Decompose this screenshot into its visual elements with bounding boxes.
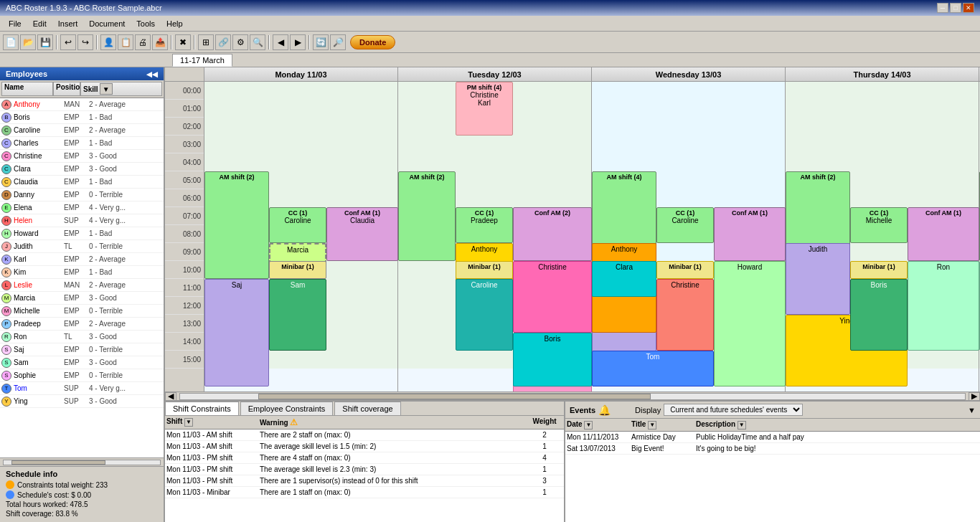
shift-block-conf-mon[interactable]: Conf AM (1) Claudia	[326, 207, 398, 261]
shift-block-minibar-label-mon[interactable]: Minibar (1)	[269, 261, 326, 279]
list-item[interactable]: E Elena EMP 4 - Very g...	[0, 201, 164, 214]
tab-11-17-march[interactable]: 11-17 March	[172, 54, 232, 67]
undo-button[interactable]: ↩	[60, 34, 76, 50]
add-employee-button[interactable]: 👤	[100, 34, 116, 50]
date-filter-icon[interactable]: ▼	[584, 421, 593, 430]
events-display-dropdown[interactable]: Current and future schedules' events	[664, 404, 803, 416]
export-button[interactable]: 📤	[152, 34, 168, 50]
list-item[interactable]: C Charles EMP 1 - Bad	[0, 137, 164, 150]
list-item[interactable]: M Michelle EMP 0 - Terrible	[0, 305, 164, 318]
scroll-right-button[interactable]: ▶	[969, 392, 980, 401]
col-skill[interactable]: Skill ▼	[80, 82, 162, 96]
list-item[interactable]: M Marcia EMP 3 - Good	[0, 292, 164, 305]
col-position[interactable]: Position	[53, 82, 80, 96]
forward-button[interactable]: ▶	[290, 34, 306, 50]
employees-scrollbar[interactable]	[3, 460, 161, 465]
zoom-button[interactable]: 🔍	[250, 34, 265, 50]
list-item[interactable]: S Sophie EMP 0 - Terrible	[0, 369, 164, 382]
list-item[interactable]: H Howard EMP 1 - Bad	[0, 227, 164, 240]
shift-filter-icon[interactable]: ▼	[184, 418, 193, 427]
shift-block-conf-wed[interactable]: Conf AM (1)	[714, 207, 786, 261]
menu-help[interactable]: Help	[161, 18, 189, 29]
shift-block-minibar-thu[interactable]: Minibar (1)	[850, 261, 908, 279]
shift-block-boris-tue[interactable]: Boris	[513, 333, 592, 386]
close-button[interactable]: ✕	[963, 3, 974, 13]
open-button[interactable]: 📂	[20, 34, 36, 50]
list-item[interactable]: S Saj EMP 0 - Terrible	[0, 343, 164, 356]
shift-block-caroline-tue[interactable]: Caroline	[456, 279, 513, 351]
shift-block-conf-thu[interactable]: Conf AM (1)	[908, 207, 979, 261]
list-item[interactable]: C Caroline EMP 2 - Average	[0, 124, 164, 137]
list-item[interactable]: L Leslie MAN 2 - Average	[0, 279, 164, 292]
list-item[interactable]: J Judith TL 0 - Terrible	[0, 240, 164, 253]
scroll-left-button[interactable]: ◀	[165, 392, 176, 401]
list-item[interactable]: A Anthony MAN 2 - Average	[0, 98, 164, 111]
avatar: C	[1, 177, 11, 187]
list-item[interactable]: P Pradeep EMP 2 - Average	[0, 318, 164, 331]
maximize-button[interactable]: □	[950, 3, 961, 13]
list-item[interactable]: S Sam EMP 3 - Good	[0, 356, 164, 369]
tab-shift-coverage[interactable]: Shift coverage	[334, 402, 400, 415]
search-button[interactable]: 🔎	[330, 34, 346, 50]
list-item[interactable]: D Danny EMP 0 - Terrible	[0, 189, 164, 201]
calendar-scrollbar[interactable]: ◀ ▶	[165, 392, 980, 400]
shift-block-ron-thu[interactable]: Ron	[908, 261, 979, 351]
shift-block-cc-mon[interactable]: CC (1) Caroline	[269, 207, 326, 243]
tab-employee-constraints[interactable]: Employee Constraints	[240, 402, 334, 415]
grid-button[interactable]: ⊞	[198, 34, 214, 50]
shift-block-conf-tue[interactable]: Conf AM (2)	[513, 207, 592, 261]
shift-block-minibar-wed[interactable]: Minibar (1)	[656, 261, 714, 279]
desc-filter-icon[interactable]: ▼	[738, 421, 746, 430]
print-button[interactable]: 🖨	[135, 34, 151, 50]
back-button[interactable]: ◀	[273, 34, 288, 50]
refresh-button[interactable]: 🔄	[313, 34, 329, 50]
h-scrollbar-thumb[interactable]	[258, 394, 651, 399]
menu-insert[interactable]: Insert	[52, 18, 84, 29]
list-item[interactable]: K Karl EMP 2 - Average	[0, 253, 164, 266]
list-item[interactable]: Y Ying SUP 3 - Good	[0, 395, 164, 408]
shift-block-cc-thu[interactable]: CC (1) Michelle	[850, 207, 908, 243]
tab-shift-constraints[interactable]: Shift Constraints	[165, 402, 239, 415]
shift-block-judith-thu[interactable]: Judith	[786, 243, 850, 315]
col-name[interactable]: Name	[1, 82, 53, 96]
list-item[interactable]: R Ron TL 3 - Good	[0, 331, 164, 343]
add-shift-button[interactable]: 📋	[118, 34, 133, 50]
list-item[interactable]: C Claudia EMP 1 - Bad	[0, 176, 164, 189]
menu-file[interactable]: File	[3, 18, 27, 29]
shift-block-minibar-tue[interactable]: Minibar (1)	[456, 261, 513, 279]
shift-block-am-label-mon[interactable]: AM shift (2)	[204, 171, 269, 279]
menu-tools[interactable]: Tools	[131, 18, 161, 29]
shift-block-howard-wed[interactable]: Howard	[714, 261, 786, 386]
shift-block-cc-wed[interactable]: CC (1) Caroline	[656, 207, 714, 243]
employees-collapse-button[interactable]: ◀◀	[146, 70, 158, 78]
shift-block-christine-tue[interactable]: Christine	[513, 261, 592, 333]
redo-button[interactable]: ↪	[77, 34, 93, 50]
new-button[interactable]: 📄	[3, 34, 19, 50]
title-filter-icon[interactable]: ▼	[648, 421, 656, 430]
shift-block-christine-wed[interactable]: Christine	[656, 279, 714, 351]
delete-button[interactable]: ✖	[175, 34, 191, 50]
list-item[interactable]: B Boris EMP 1 - Bad	[0, 111, 164, 124]
donate-button[interactable]: Donate	[350, 35, 395, 49]
shift-block-am-label-tue[interactable]: AM shift (2)	[398, 171, 456, 261]
shift-block-saj-mon[interactable]: Saj	[204, 279, 269, 386]
h-scrollbar-track[interactable]	[179, 393, 966, 400]
save-button[interactable]: 💾	[37, 34, 53, 50]
shift-block-clara-wed[interactable]: Clara	[592, 261, 656, 297]
shift-block-pm-tue[interactable]: PM shift (4) Christine Karl	[456, 82, 513, 136]
list-item[interactable]: C Clara EMP 3 - Good	[0, 163, 164, 176]
link-button[interactable]: 🔗	[215, 34, 231, 50]
list-item[interactable]: H Helen SUP 4 - Very g...	[0, 214, 164, 227]
menu-document[interactable]: Document	[83, 18, 131, 29]
skill-filter-button[interactable]: ▼	[100, 83, 113, 95]
list-item[interactable]: C Christine EMP 3 - Good	[0, 150, 164, 163]
shift-block-cc-tue[interactable]: CC (1) Pradeep	[456, 207, 513, 243]
settings-button[interactable]: ⚙	[232, 34, 248, 50]
list-item[interactable]: K Kim EMP 1 - Bad	[0, 266, 164, 279]
shift-block-sam-mon[interactable]: Sam	[269, 279, 326, 351]
list-item[interactable]: T Tom SUP 4 - Very g...	[0, 382, 164, 395]
minimize-button[interactable]: ─	[937, 3, 948, 13]
shift-block-tom-wed[interactable]: Tom	[592, 351, 714, 386]
shift-block-boris-thu[interactable]: Boris	[850, 279, 908, 351]
menu-edit[interactable]: Edit	[27, 18, 52, 29]
